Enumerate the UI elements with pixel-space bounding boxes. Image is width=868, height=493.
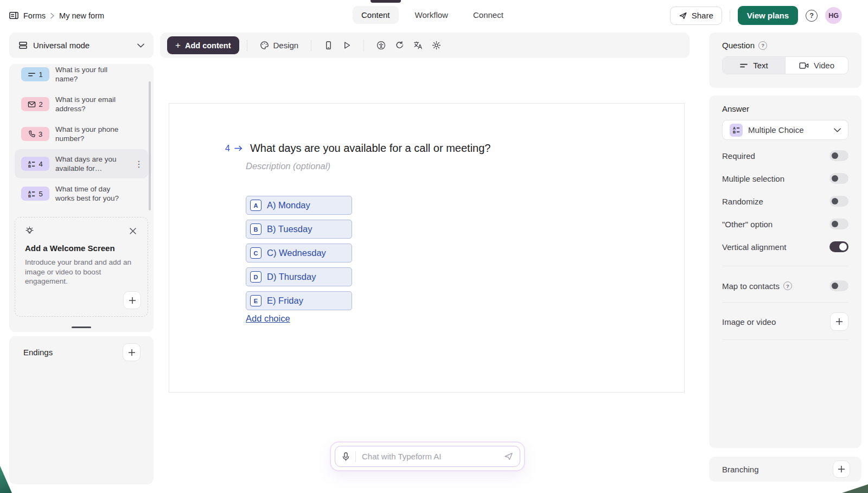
choice-option[interactable]: D D) Thursday <box>246 267 352 286</box>
item-more-menu-icon[interactable]: ⋮ <box>134 159 144 169</box>
add-choice-link[interactable]: Add choice <box>246 313 290 324</box>
svg-text:A: A <box>28 160 31 164</box>
play-icon <box>342 41 352 50</box>
toggle-vertical-alignment[interactable] <box>829 241 848 252</box>
accessibility-button[interactable] <box>372 37 390 54</box>
question-type-badge: 2 <box>21 97 49 111</box>
question-type-icon <box>28 71 36 79</box>
svg-text:B: B <box>28 194 31 197</box>
toggle-randomize[interactable] <box>829 196 848 207</box>
question-description-placeholder[interactable]: Description (optional) <box>246 161 330 171</box>
answer-settings-card: Answer AB Multiple Choice Required Multi… <box>709 95 861 448</box>
add-image-or-video-button[interactable] <box>830 312 848 331</box>
design-button[interactable]: Design <box>255 37 304 54</box>
toggle-multiple-selection[interactable] <box>829 173 848 184</box>
question-type-badge: 3 <box>21 127 49 141</box>
choice-option[interactable]: B B) Tuesday <box>246 220 352 239</box>
tab-connect[interactable]: Connect <box>464 6 512 24</box>
plus-icon <box>128 349 136 356</box>
add-content-button[interactable]: + Add content <box>167 36 239 54</box>
help-icon[interactable]: ? <box>783 281 792 290</box>
help-icon[interactable]: ? <box>758 41 767 50</box>
question-type-badge: AB 5 <box>21 187 49 201</box>
palette-icon <box>260 41 269 50</box>
question-list-item[interactable]: AB 4 What days are you available for… ⋮ <box>15 149 148 178</box>
mode-selector-label: Universal mode <box>33 41 132 50</box>
recall-information-button[interactable] <box>390 37 409 54</box>
translations-button[interactable] <box>409 37 427 54</box>
choice-key-badge: B <box>250 223 261 235</box>
question-settings-card: Question ? Text Video <box>709 33 861 88</box>
toggle-row: Vertical alignment <box>722 240 848 253</box>
question-list-item[interactable]: 3 What is your phone number? <box>15 119 148 149</box>
tab-text[interactable]: Text <box>723 57 786 74</box>
list-resize-handle[interactable] <box>72 326 91 328</box>
divider <box>363 40 364 52</box>
question-list-item[interactable]: 1 What is your full name? <box>15 64 148 89</box>
question-canvas: 4 What days are you available for a call… <box>169 103 685 393</box>
translate-icon <box>413 41 423 50</box>
add-welcome-screen-button[interactable] <box>123 291 141 309</box>
question-type-icon <box>28 130 36 138</box>
breadcrumb-root[interactable]: Forms <box>23 11 46 20</box>
toggle-required[interactable] <box>829 150 848 161</box>
device-preview-button[interactable] <box>319 37 337 54</box>
svg-text:A: A <box>732 126 735 130</box>
preview-button[interactable] <box>337 37 356 54</box>
chat-input[interactable] <box>362 452 504 461</box>
choice-key-badge: C <box>250 247 261 259</box>
toggle-row: Randomize <box>722 195 848 208</box>
design-label: Design <box>273 41 299 50</box>
text-lines-icon <box>739 61 748 70</box>
question-type-badge: AB 4 <box>21 157 49 171</box>
add-ending-button[interactable] <box>123 343 141 361</box>
list-scrollbar[interactable] <box>149 81 151 210</box>
tab-text-label: Text <box>753 61 768 70</box>
map-to-contacts-toggle[interactable] <box>829 280 848 291</box>
microphone-icon[interactable] <box>342 452 350 462</box>
divider <box>722 340 848 340</box>
question-title[interactable]: What days are you available for a call o… <box>250 142 491 155</box>
question-type-icon <box>28 100 36 108</box>
accessibility-icon <box>376 41 386 50</box>
tab-workflow[interactable]: Workflow <box>406 6 457 24</box>
add-content-label: Add content <box>185 41 231 50</box>
mode-selector[interactable]: Universal mode <box>9 33 154 58</box>
close-icon[interactable] <box>128 226 138 236</box>
help-button[interactable]: ? <box>806 10 818 22</box>
share-button[interactable]: Share <box>670 7 722 25</box>
choice-option[interactable]: C C) Wednesday <box>246 244 352 262</box>
question-list-item[interactable]: AB 5 What time of day works best for you… <box>15 179 148 208</box>
endings-label: Endings <box>23 348 53 357</box>
branching-card: Branching <box>709 457 861 482</box>
view-plans-button[interactable]: View plans <box>738 6 798 25</box>
avatar[interactable]: HG <box>825 7 842 24</box>
question-list-item-text: What is your phone number? <box>55 125 122 143</box>
endings-panel: Endings <box>9 336 154 484</box>
arrow-right-icon <box>234 145 243 152</box>
question-number: 3 <box>39 130 42 138</box>
divider <box>722 302 848 303</box>
breadcrumb-current[interactable]: My new form <box>59 11 104 20</box>
choice-label: B) Tuesday <box>267 224 312 234</box>
svg-text:B: B <box>28 164 31 168</box>
question-number: 5 <box>39 190 42 198</box>
divider <box>247 40 247 52</box>
choice-option[interactable]: A A) Monday <box>246 196 352 215</box>
tab-video[interactable]: Video <box>786 57 848 74</box>
ai-chat-bar <box>330 441 525 471</box>
share-icon <box>679 11 687 20</box>
welcome-screen-card: Add a Welcome Screen Introduce your bran… <box>15 217 148 317</box>
send-icon[interactable] <box>504 452 513 460</box>
settings-button[interactable] <box>427 37 445 54</box>
tab-content[interactable]: Content <box>353 6 399 24</box>
toggle--other-option[interactable] <box>829 219 848 229</box>
question-list-item[interactable]: 2 What is your email address? <box>15 89 148 119</box>
choice-label: A) Monday <box>267 200 310 210</box>
choice-option[interactable]: E E) Friday <box>246 291 352 310</box>
add-branching-button[interactable] <box>833 460 850 478</box>
answer-type-dropdown[interactable]: AB Multiple Choice <box>722 120 848 140</box>
toggle-label: Randomize <box>722 197 763 206</box>
question-list-item-text: What days are you available for… <box>55 155 122 173</box>
question-number: 1 <box>39 71 42 79</box>
